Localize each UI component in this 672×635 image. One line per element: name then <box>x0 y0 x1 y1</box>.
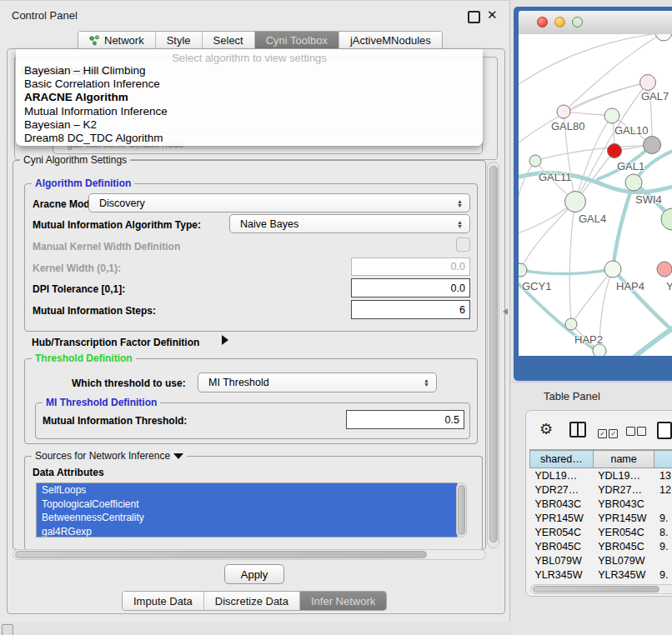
network-node[interactable] <box>565 318 577 330</box>
table-cell[interactable] <box>654 553 672 568</box>
algorithm-option[interactable]: Bayesian – K2 <box>16 118 483 132</box>
table-cell[interactable] <box>654 497 672 511</box>
table-cell[interactable]: 9. <box>654 582 672 583</box>
network-node[interactable] <box>657 262 672 277</box>
mi-threshold-field[interactable]: 0.5 <box>346 410 464 429</box>
network-node[interactable] <box>604 108 619 123</box>
table-cell[interactable]: 8. <box>654 525 672 539</box>
scrollbar-thumb[interactable] <box>533 586 659 592</box>
table-cell[interactable]: YDR27… <box>593 482 654 497</box>
triangle-right-icon[interactable] <box>222 335 228 345</box>
table-row[interactable]: YLR345WYLR345W9. <box>530 568 672 582</box>
table-cell[interactable]: YBR045C <box>593 539 654 553</box>
network-edge[interactable] <box>634 328 672 356</box>
network-node[interactable] <box>640 75 656 91</box>
algorithm-option[interactable]: Dream8 DC_TDC Algorithm <box>16 132 483 145</box>
triangle-down-icon[interactable] <box>173 453 183 459</box>
columns-icon[interactable] <box>569 422 586 438</box>
collapsed-panel-icon[interactable] <box>2 624 13 635</box>
table-row[interactable]: YBR045CYBR045C9. <box>530 539 672 553</box>
node-table-grid[interactable]: shared… name YDL19…YDL19…13YDR27…YDR27…1… <box>529 450 672 583</box>
algorithm-option[interactable]: Mutual Information Inference <box>16 105 483 118</box>
table-cell[interactable]: YIL053C <box>593 582 654 583</box>
table-cell[interactable]: YIL053C <box>530 582 594 583</box>
tab-cyni-toolbox[interactable]: Cyni Toolbox <box>255 32 339 49</box>
tab-network[interactable]: Network <box>78 32 156 49</box>
select-all-icon[interactable]: ✓✓ <box>598 424 618 439</box>
window-minimize-icon[interactable] <box>554 17 565 28</box>
network-canvas-area[interactable]: GAL7GAL80GAL10GAL1GAL11SWI4GAL4GCY1HAP4Y… <box>519 34 672 356</box>
table-cell[interactable]: YDL19… <box>593 468 654 483</box>
dpi-tolerance-field[interactable]: 0.0 <box>351 278 470 298</box>
column-header-partial[interactable] <box>654 451 672 468</box>
attribute-list-item[interactable]: SelfLoops <box>37 483 457 498</box>
scrollbar-thumb[interactable] <box>458 485 465 535</box>
attribute-list-scrollbar[interactable] <box>456 482 467 538</box>
aracne-mode-combobox[interactable]: Discovery ▲▼ <box>88 193 470 212</box>
table-cell[interactable]: YER054C <box>530 525 594 539</box>
deselect-all-icon[interactable] <box>626 424 646 439</box>
attribute-list-item[interactable]: gal4RGexp <box>37 525 457 538</box>
network-edge[interactable] <box>613 182 634 269</box>
table-row[interactable]: YPR145WYPR145W9. <box>530 511 672 525</box>
window-zoom-icon[interactable] <box>572 17 583 28</box>
table-cell[interactable]: 9. <box>654 568 672 582</box>
network-node[interactable] <box>608 144 622 158</box>
table-cell[interactable]: 12 <box>654 482 672 497</box>
window-close-icon[interactable] <box>537 17 548 28</box>
network-edge[interactable] <box>520 202 575 270</box>
mi-steps-field[interactable]: 6 <box>351 300 470 319</box>
column-header-shared-name[interactable]: shared… <box>530 451 594 468</box>
table-row[interactable]: YDR27…YDR27…12 <box>530 482 672 497</box>
kernel-width-field[interactable]: 0.0 <box>351 258 470 276</box>
network-node[interactable] <box>529 155 541 167</box>
network-edge[interactable] <box>520 269 613 273</box>
table-cell[interactable]: 9. <box>654 511 672 525</box>
settings-horizontal-scrollbar[interactable] <box>13 549 486 560</box>
network-node[interactable] <box>593 344 606 356</box>
table-row[interactable]: YER054CYER054C8. <box>530 525 672 539</box>
tab-impute-data[interactable]: Impute Data <box>123 592 204 610</box>
table-cell[interactable]: YBL079W <box>593 553 654 568</box>
apply-button[interactable]: Apply <box>224 564 284 584</box>
network-node[interactable] <box>625 174 642 191</box>
network-edge[interactable] <box>571 269 613 324</box>
splitpane-collapse-icon[interactable] <box>503 308 508 315</box>
network-node[interactable] <box>655 34 672 41</box>
table-cell[interactable]: YLR345W <box>593 568 654 582</box>
new-table-icon[interactable] <box>657 422 672 439</box>
which-threshold-combobox[interactable]: MI Threshold ▲▼ <box>198 372 437 392</box>
gear-icon[interactable]: ⚙ <box>539 422 553 437</box>
table-row[interactable]: YBL079WYBL079W <box>530 553 672 568</box>
table-row[interactable]: YDL19…YDL19…13 <box>530 468 672 483</box>
algorithm-option[interactable]: ARACNE Algorithm <box>16 91 483 104</box>
table-cell[interactable]: YBR043C <box>593 497 654 511</box>
mi-type-combobox[interactable]: Naive Bayes ▲▼ <box>229 214 470 233</box>
table-cell[interactable]: YBR045C <box>530 539 594 553</box>
scrollbar-thumb[interactable] <box>15 551 427 558</box>
close-icon[interactable]: ✕ <box>487 8 498 22</box>
tab-jactivemnodules[interactable]: jActiveMNodules <box>339 32 442 49</box>
algorithm-option[interactable]: Basic Correlation Inference <box>16 78 483 91</box>
table-cell[interactable]: 9. <box>654 539 672 553</box>
tab-infer-network[interactable]: Infer Network <box>300 592 386 610</box>
table-cell[interactable]: YPR145W <box>593 511 654 525</box>
network-node[interactable] <box>557 105 570 118</box>
algorithm-option[interactable]: Bayesian – Hill Climbing <box>16 64 483 78</box>
network-edge[interactable] <box>613 269 672 331</box>
table-cell[interactable]: YDR27… <box>530 482 594 497</box>
table-cell[interactable]: YER054C <box>593 525 654 539</box>
attribute-list-item[interactable]: TopologicalCoefficient <box>37 498 457 512</box>
window-titlebar[interactable] <box>519 11 672 35</box>
network-node[interactable] <box>565 192 586 212</box>
manual-kernel-checkbox[interactable] <box>456 238 470 252</box>
table-cell[interactable]: YLR345W <box>530 568 594 582</box>
table-row[interactable]: YIL053CYIL053C9. <box>530 582 672 583</box>
network-canvas[interactable]: GAL7GAL80GAL10GAL1GAL11SWI4GAL4GCY1HAP4Y… <box>519 34 672 356</box>
attribute-list-item[interactable]: BetweennessCentrality <box>37 511 457 525</box>
scrollbar-thumb[interactable] <box>489 166 498 542</box>
table-cell[interactable]: YDL19… <box>530 468 594 483</box>
settings-vertical-scrollbar[interactable] <box>487 162 499 548</box>
network-node[interactable] <box>519 263 527 277</box>
table-horizontal-scrollbar[interactable] <box>530 584 672 594</box>
